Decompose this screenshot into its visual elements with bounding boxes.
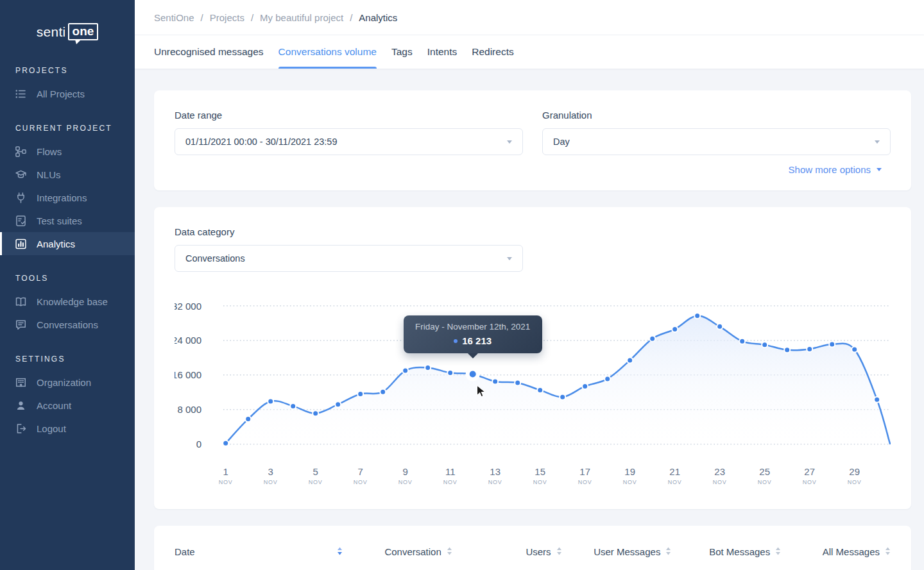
content: Date range 01/11/2021 00:00 - 30/11/2021…	[135, 69, 924, 570]
tooltip-date: Friday - November 12th, 2021	[404, 322, 542, 331]
chart-tooltip: Friday - November 12th, 2021 16 213	[404, 315, 542, 353]
chat-icon	[15, 319, 27, 331]
tab-tags[interactable]: Tags	[391, 35, 413, 69]
sidebar-section-heading-settings: SETTINGS	[15, 355, 135, 364]
column-header-all-messages[interactable]: All Messages	[781, 546, 891, 557]
sidebar-item-conversations[interactable]: Conversations	[0, 313, 135, 336]
sidebar-item-account[interactable]: Account	[0, 394, 135, 417]
svg-text:19: 19	[624, 466, 635, 477]
sidebar-item-all-projects[interactable]: All Projects	[0, 82, 135, 105]
date-range-select[interactable]: 01/11/2021 00:00 - 30/11/2021 23:59	[175, 128, 523, 155]
series-dot-icon	[454, 339, 458, 343]
graduation-cap-icon	[15, 169, 27, 181]
chart-card: Data category Conversations 08 00016 000…	[154, 207, 911, 509]
breadcrumb-item-projects[interactable]: Projects	[210, 12, 244, 23]
logo-text-senti: senti	[37, 24, 66, 40]
flow-icon	[15, 146, 27, 158]
sidebar-item-analytics[interactable]: Analytics	[0, 232, 135, 255]
sidebar-item-label: Logout	[37, 423, 66, 434]
svg-text:NOV: NOV	[623, 479, 637, 485]
breadcrumb-item-sentione[interactable]: SentiOne	[154, 12, 194, 23]
svg-text:24 000: 24 000	[175, 335, 201, 346]
date-range-field: Date range 01/11/2021 00:00 - 30/11/2021…	[175, 110, 523, 155]
book-icon	[15, 296, 27, 308]
svg-text:17: 17	[579, 466, 590, 477]
test-checklist-icon	[15, 215, 27, 227]
svg-text:3: 3	[268, 466, 273, 477]
data-category-select[interactable]: Conversations	[175, 245, 523, 272]
logo-text-one: one	[73, 24, 94, 38]
svg-text:8 000: 8 000	[177, 404, 201, 415]
column-header-conversation[interactable]: Conversation	[343, 546, 452, 557]
column-header-bot-messages[interactable]: Bot Messages	[671, 546, 781, 557]
tab-unrecognised-messages[interactable]: Unrecognised messages	[154, 35, 264, 69]
svg-text:NOV: NOV	[443, 479, 458, 485]
column-header-date[interactable]: Date	[175, 546, 343, 557]
svg-text:7: 7	[358, 466, 363, 477]
breadcrumb-item-analytics: Analytics	[359, 12, 397, 23]
sentione-logo[interactable]: senti one	[0, 23, 135, 40]
show-more-options-link[interactable]: Show more options	[175, 164, 891, 175]
chevron-down-icon	[875, 140, 880, 144]
breadcrumb: SentiOne/Projects/My beautiful project/A…	[154, 12, 397, 23]
tab-redirects[interactable]: Redirects	[472, 35, 513, 69]
breadcrumb-separator: /	[251, 12, 253, 23]
filters-card: Date range 01/11/2021 00:00 - 30/11/2021…	[154, 90, 911, 190]
sort-icon[interactable]	[447, 546, 452, 557]
svg-text:NOV: NOV	[219, 479, 233, 485]
sidebar-item-test-suites[interactable]: Test suites	[0, 209, 135, 232]
data-category-value: Conversations	[185, 253, 245, 264]
sidebar-item-label: Knowledge base	[37, 296, 108, 307]
granulation-select[interactable]: Day	[542, 128, 891, 155]
sidebar-item-knowledge-base[interactable]: Knowledge base	[0, 290, 135, 313]
svg-text:NOV: NOV	[803, 479, 817, 485]
sidebar-item-integrations[interactable]: Integrations	[0, 186, 135, 209]
sidebar-item-label: Organization	[37, 377, 91, 388]
sidebar-item-label: Account	[37, 400, 71, 411]
column-header-user-messages[interactable]: User Messages	[562, 546, 672, 557]
svg-text:NOV: NOV	[758, 479, 772, 485]
sidebar-item-label: NLUs	[37, 169, 61, 180]
sidebar-item-label: Test suites	[37, 215, 82, 226]
svg-text:13: 13	[490, 466, 501, 477]
column-label: Date	[175, 546, 195, 557]
logo-bubble-tail	[75, 40, 81, 44]
svg-text:27: 27	[804, 466, 815, 477]
sidebar-item-nlus[interactable]: NLUs	[0, 163, 135, 186]
tab-conversations-volume[interactable]: Conversations volume	[278, 35, 377, 69]
app-root: senti one PROJECTSAll ProjectsCURRENT PR…	[0, 0, 924, 570]
conversations-volume-chart[interactable]: 08 00016 00024 00032 0001NOV3NOV5NOV7NOV…	[175, 296, 891, 489]
table-header-row: DateConversationUsersUser MessagesBot Me…	[175, 526, 891, 570]
sort-icon[interactable]	[556, 546, 562, 557]
sort-icon[interactable]	[775, 546, 781, 557]
column-label: All Messages	[823, 546, 880, 557]
sidebar-item-label: All Projects	[37, 88, 85, 99]
column-label: Conversation	[384, 546, 441, 557]
column-header-users[interactable]: Users	[452, 546, 562, 557]
sidebar-section-heading-tools: TOOLS	[15, 274, 135, 283]
svg-text:21: 21	[669, 466, 680, 477]
bar-chart-icon	[15, 238, 27, 250]
sidebar-section-heading-projects: PROJECTS	[15, 66, 135, 75]
svg-text:NOV: NOV	[488, 479, 502, 485]
svg-text:NOV: NOV	[668, 479, 682, 485]
sidebar-item-label: Integrations	[37, 192, 87, 203]
logo-speech-bubble: one	[68, 23, 99, 40]
sort-icon[interactable]	[885, 546, 891, 557]
list-icon	[15, 88, 27, 100]
sort-icon[interactable]	[337, 546, 343, 557]
sidebar-item-flows[interactable]: Flows	[0, 140, 135, 163]
breadcrumb-item-my-beautiful-project[interactable]: My beautiful project	[260, 12, 343, 23]
tab-intents[interactable]: Intents	[427, 35, 458, 69]
sidebar-item-logout[interactable]: Logout	[0, 417, 135, 440]
plug-icon	[15, 192, 27, 204]
svg-text:1: 1	[223, 466, 228, 477]
chevron-down-icon	[507, 140, 512, 144]
sort-icon[interactable]	[665, 546, 671, 557]
svg-text:32 000: 32 000	[175, 301, 201, 312]
column-label: Users	[526, 546, 551, 557]
svg-text:29: 29	[849, 466, 860, 477]
breadcrumb-bar: SentiOne/Projects/My beautiful project/A…	[135, 0, 924, 35]
sidebar-item-organization[interactable]: Organization	[0, 371, 135, 394]
mouse-cursor-icon	[476, 385, 486, 399]
